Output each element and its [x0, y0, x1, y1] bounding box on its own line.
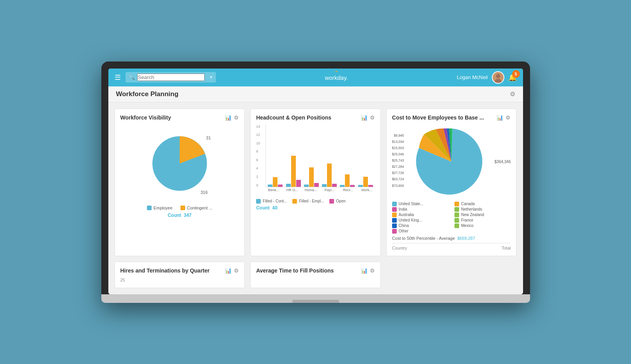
legend-label-india: India: [399, 207, 407, 211]
avatar[interactable]: [492, 71, 504, 84]
svg-text:workday.: workday.: [325, 74, 348, 81]
cost-labels-left: $9,945 $13,034 $15,503 $25,046 $25,743 $…: [392, 132, 404, 189]
bar-filled-cont-work: [358, 185, 363, 187]
page-header: Workforce Planning ⚙: [108, 86, 523, 102]
notification-area[interactable]: 🔔 5: [508, 73, 517, 82]
y-label-0: 0: [256, 183, 260, 187]
card-header-avg: Average Time to Fill Positions 📊 ⚙: [256, 267, 375, 274]
hires-value-25: 25: [120, 278, 125, 282]
legend-label-france: France: [461, 218, 473, 222]
cost-avg-value[interactable]: $669,287: [457, 236, 475, 241]
legend-dot-contingent: [180, 206, 185, 210]
settings-icon-workforce[interactable]: ⚙: [234, 114, 239, 121]
x-label-hr: HR O...: [284, 188, 300, 197]
legend-dot-other: [392, 229, 397, 234]
page-title: Workforce Planning: [116, 90, 179, 98]
legend-canada: Canada: [454, 202, 511, 206]
legend-mexico: Mexico: [454, 223, 511, 228]
legend-label-open: Open: [336, 199, 345, 203]
settings-icon-cost[interactable]: ⚙: [506, 114, 511, 121]
card-header-cost: Cost to Move Employees to Base ... 📊 ⚙: [392, 114, 511, 121]
legend-dot-nz: [454, 213, 459, 217]
chart-icon-avg[interactable]: 📊: [361, 267, 368, 274]
chevron-down-icon: ▼: [209, 75, 213, 79]
settings-icon-hires[interactable]: ⚙: [234, 267, 239, 274]
legend-new-zealand: New Zealand: [454, 213, 511, 217]
x-label-human: Huma...: [303, 188, 319, 197]
legend-label-mexico: Mexico: [461, 223, 474, 228]
cost-label-25743: $25,743: [392, 157, 404, 164]
bar-stack-hr: [286, 156, 301, 187]
legend-label-us: United State...: [399, 202, 423, 206]
card-title-headcount: Headcount & Open Positions: [256, 114, 331, 121]
count-label: Count: [168, 213, 181, 218]
cost-legend: United State... Canada India Netherlands: [392, 202, 511, 234]
bar-stack-payroll: [322, 164, 337, 187]
headcount-card: Headcount & Open Positions 📊 ⚙ 0 2 4 6 8: [250, 109, 381, 256]
cost-pie-area: $9,945 $13,034 $15,503 $25,046 $25,743 $…: [392, 125, 511, 199]
search-input[interactable]: [137, 74, 205, 81]
legend-china: China: [392, 223, 448, 228]
legend-other: Other: [392, 229, 448, 234]
card-title-workforce: Workforce Visibility: [120, 114, 171, 121]
settings-icon-avg[interactable]: ⚙: [370, 267, 375, 274]
x-label-work: Work...: [359, 188, 375, 197]
app-logo: workday.: [216, 70, 457, 85]
cost-label-73600: $73,600: [392, 183, 404, 189]
bar-stack-bene: [268, 177, 283, 187]
chart-icon-hires[interactable]: 📊: [225, 267, 232, 274]
pie-label-31: 31: [206, 135, 211, 140]
bar-open-recr: [350, 185, 355, 187]
chart-icon[interactable]: 📊: [225, 114, 232, 121]
legend-label-netherlands: Netherlands: [461, 207, 482, 211]
hires-chart-placeholder: 25: [120, 278, 239, 282]
legend-india: India: [392, 207, 448, 212]
main-dashboard: Workforce Visibility 📊 ⚙ 31: [108, 102, 523, 294]
avg-time-fill-card: Average Time to Fill Positions 📊 ⚙: [250, 262, 381, 288]
legend-label-other: Other: [399, 229, 408, 233]
cost-label-63724: $63,724: [392, 176, 404, 182]
bar-filled-emp-work: [363, 177, 368, 187]
settings-icon-headcount[interactable]: ⚙: [370, 114, 375, 121]
cost-avg: Cost to 50th Percentile - Average $669,2…: [392, 236, 511, 241]
headcount-count: Count 40: [256, 205, 375, 211]
bar-chart-inner: [265, 125, 375, 187]
legend-dot-india: [392, 207, 397, 212]
x-axis-labels: Bene... HR O... Huma... Payr... Recr... …: [265, 188, 375, 197]
workforce-pie-svg: [145, 128, 215, 199]
card-actions-hires: 📊 ⚙: [225, 267, 239, 274]
bar-stack-work: [358, 177, 373, 187]
bar-open-work: [368, 185, 373, 187]
hires-terminations-card: Hires and Terminations by Quarter 📊 ⚙ 25: [115, 262, 245, 288]
workforce-visibility-card: Workforce Visibility 📊 ⚙ 31: [115, 109, 245, 256]
svg-point-2: [496, 74, 500, 78]
chart-icon-cost[interactable]: 📊: [497, 114, 503, 121]
menu-button[interactable]: ☰: [115, 73, 121, 82]
bar-filled-cont-human: [304, 185, 309, 187]
legend-united-states: United State...: [392, 202, 448, 206]
card-actions-workforce: 📊 ⚙: [225, 114, 239, 121]
y-label-6: 6: [256, 158, 260, 162]
chart-icon-headcount[interactable]: 📊: [361, 114, 368, 121]
legend-united-kingdom: United King...: [392, 218, 448, 223]
search-bar[interactable]: 🔍 ▼: [125, 72, 216, 83]
bar-filled-cont-hr: [286, 184, 291, 187]
search-icon: 🔍: [129, 74, 135, 80]
headcount-count-value: 40: [272, 205, 277, 211]
bar-filled-cont-payroll: [322, 184, 327, 187]
legend-dot-uk: [392, 218, 397, 223]
cost-label-27726: $27,726: [392, 170, 404, 176]
cost-table-header: Country Total: [392, 243, 511, 250]
page-settings-icon[interactable]: ⚙: [510, 90, 515, 98]
notification-badge: 5: [512, 70, 520, 78]
card-actions-cost: 📊 ⚙: [497, 114, 511, 121]
bar-filled-cont-recr: [340, 185, 345, 187]
y-label-14: 14: [256, 125, 260, 128]
bar-group-work: [358, 177, 373, 187]
avg-fill-chart-placeholder: [256, 278, 375, 282]
legend-label-nz: New Zealand: [461, 213, 484, 217]
bar-filled-emp-bene: [273, 177, 277, 187]
pie-chart-container: 31 316 Employee: [120, 125, 239, 218]
legend-australia: Australia: [392, 213, 448, 217]
y-axis: 0 2 4 6 8 10 12 14: [256, 125, 260, 187]
